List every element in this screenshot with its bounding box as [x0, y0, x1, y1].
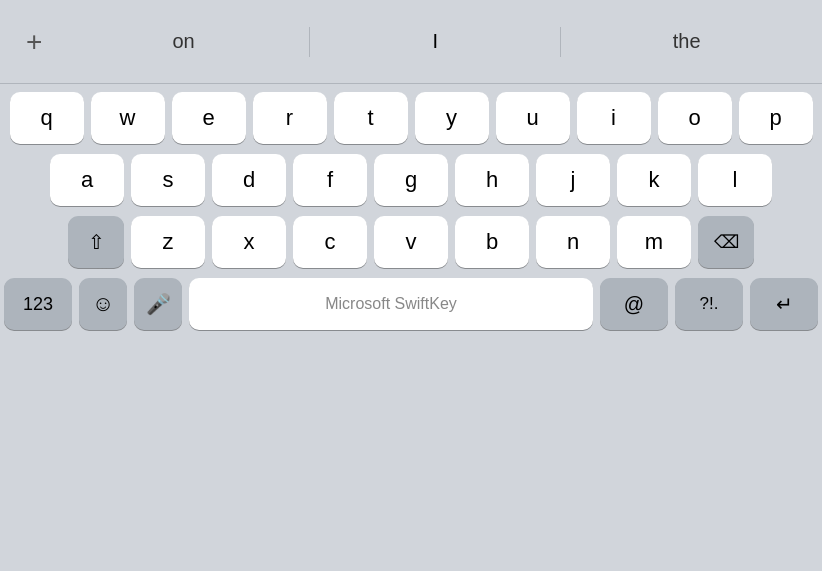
key-row-1: q w e r t y u i o p: [4, 92, 818, 144]
key-w[interactable]: w: [91, 92, 165, 144]
key-p[interactable]: p: [739, 92, 813, 144]
key-u[interactable]: u: [496, 92, 570, 144]
key-c[interactable]: c: [293, 216, 367, 268]
autocomplete-word-right[interactable]: the: [561, 22, 812, 61]
key-y[interactable]: y: [415, 92, 489, 144]
key-o[interactable]: o: [658, 92, 732, 144]
key-z[interactable]: z: [131, 216, 205, 268]
key-r[interactable]: r: [253, 92, 327, 144]
emoji-key[interactable]: ☺: [79, 278, 127, 330]
space-key[interactable]: Microsoft SwiftKey: [189, 278, 593, 330]
key-m[interactable]: m: [617, 216, 691, 268]
key-h[interactable]: h: [455, 154, 529, 206]
keyboard: q w e r t y u i o p a s d f g h j k l ⇧ …: [0, 84, 822, 571]
autocomplete-bar: + on I the: [0, 0, 822, 84]
key-n[interactable]: n: [536, 216, 610, 268]
at-key[interactable]: @: [600, 278, 668, 330]
key-g[interactable]: g: [374, 154, 448, 206]
key-i[interactable]: i: [577, 92, 651, 144]
key-t[interactable]: t: [334, 92, 408, 144]
shift-key[interactable]: ⇧: [68, 216, 124, 268]
backspace-key[interactable]: ⌫: [698, 216, 754, 268]
autocomplete-suggestions: on I the: [58, 22, 812, 61]
punctuation-key[interactable]: ?!.: [675, 278, 743, 330]
key-j[interactable]: j: [536, 154, 610, 206]
autocomplete-word-center[interactable]: I: [310, 22, 561, 61]
key-f[interactable]: f: [293, 154, 367, 206]
key-x[interactable]: x: [212, 216, 286, 268]
key-s[interactable]: s: [131, 154, 205, 206]
key-v[interactable]: v: [374, 216, 448, 268]
key-a[interactable]: a: [50, 154, 124, 206]
mic-key[interactable]: 🎤: [134, 278, 182, 330]
key-b[interactable]: b: [455, 216, 529, 268]
plus-button[interactable]: +: [10, 16, 58, 68]
key-row-2: a s d f g h j k l: [4, 154, 818, 206]
key-e[interactable]: e: [172, 92, 246, 144]
emoji-wrapper: ··· ☺: [79, 278, 127, 330]
key-row-4: 123 ··· ☺ 🎤 Microsoft SwiftKey @ ?!. ↵: [4, 278, 818, 330]
autocomplete-word-left[interactable]: on: [58, 22, 309, 61]
numbers-key[interactable]: 123: [4, 278, 72, 330]
key-d[interactable]: d: [212, 154, 286, 206]
key-k[interactable]: k: [617, 154, 691, 206]
dots-indicator: ···: [97, 264, 110, 273]
key-l[interactable]: l: [698, 154, 772, 206]
key-q[interactable]: q: [10, 92, 84, 144]
return-key[interactable]: ↵: [750, 278, 818, 330]
key-row-3: ⇧ z x c v b n m ⌫: [4, 216, 818, 268]
